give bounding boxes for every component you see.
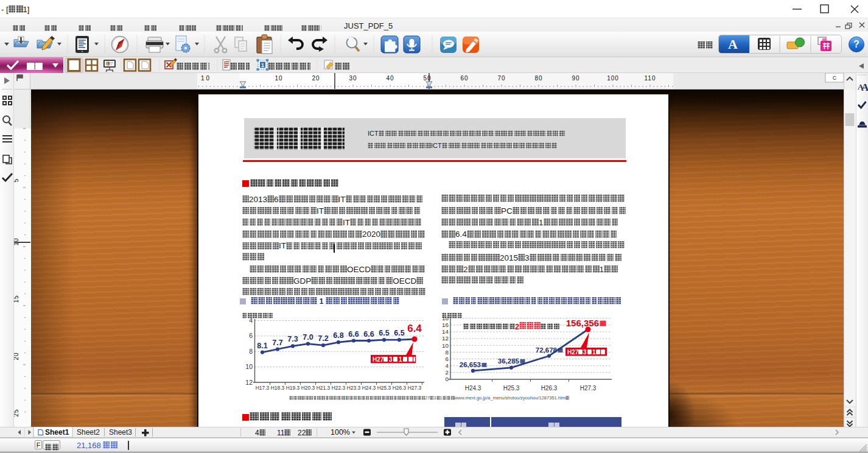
svg-text:H27: H27 bbox=[373, 356, 384, 363]
svg-text:10: 10 bbox=[245, 363, 253, 370]
svg-text:H22.3: H22.3 bbox=[332, 385, 346, 391]
svg-text:6.5: 6.5 bbox=[394, 329, 404, 337]
svg-text:5: 5 bbox=[14, 178, 19, 183]
svg-text:1: 1 bbox=[399, 356, 402, 363]
svg-text:10: 10 bbox=[14, 237, 19, 245]
svg-text:Sheet3: Sheet3 bbox=[109, 428, 132, 437]
svg-text:100%: 100% bbox=[331, 428, 350, 437]
svg-text:6.8: 6.8 bbox=[333, 331, 343, 340]
svg-text:60: 60 bbox=[460, 75, 468, 82]
svg-text:6.6: 6.6 bbox=[363, 330, 374, 339]
svg-text:H20.3: H20.3 bbox=[301, 385, 315, 391]
svg-text:H23.3: H23.3 bbox=[347, 385, 361, 391]
svg-text:Sheet2: Sheet2 bbox=[77, 428, 100, 437]
svg-text:1: 1 bbox=[261, 62, 264, 68]
svg-text:90: 90 bbox=[572, 75, 579, 82]
svg-text:H24.3: H24.3 bbox=[465, 385, 481, 392]
svg-text:50: 50 bbox=[423, 75, 431, 82]
svg-text:70: 70 bbox=[497, 75, 505, 82]
svg-text:2: 2 bbox=[446, 369, 449, 376]
svg-text:100: 100 bbox=[607, 75, 619, 82]
svg-text:H25.3: H25.3 bbox=[503, 385, 520, 392]
svg-text:110: 110 bbox=[645, 75, 656, 82]
svg-text:30: 30 bbox=[349, 75, 357, 82]
svg-text:A: A bbox=[861, 82, 868, 93]
svg-text:10: 10 bbox=[275, 75, 282, 82]
svg-text:16: 16 bbox=[442, 321, 449, 328]
svg-text:H26.3: H26.3 bbox=[393, 385, 407, 391]
svg-text:Sheet1: Sheet1 bbox=[45, 428, 69, 437]
svg-text:1: 1 bbox=[592, 349, 596, 356]
svg-text:C: C bbox=[833, 75, 837, 81]
svg-text:80: 80 bbox=[534, 75, 542, 82]
svg-text:14: 14 bbox=[442, 328, 449, 335]
svg-text:12: 12 bbox=[245, 379, 253, 386]
svg-text:15: 15 bbox=[14, 295, 19, 303]
svg-text:72,678: 72,678 bbox=[536, 346, 558, 354]
svg-text:156,356: 156,356 bbox=[566, 318, 599, 328]
svg-text:8.1: 8.1 bbox=[257, 342, 267, 350]
svg-text:H27.3: H27.3 bbox=[408, 385, 422, 391]
svg-text:6.4: 6.4 bbox=[407, 323, 422, 334]
svg-text:6.5: 6.5 bbox=[379, 329, 389, 337]
svg-text:H27.3: H27.3 bbox=[580, 385, 597, 392]
svg-text:H25.3: H25.3 bbox=[377, 385, 391, 391]
svg-text:10: 10 bbox=[442, 342, 449, 349]
svg-text:6: 6 bbox=[446, 356, 449, 362]
svg-text:H27: H27 bbox=[567, 349, 579, 356]
svg-text:H26.3: H26.3 bbox=[541, 385, 558, 392]
svg-text:7.0: 7.0 bbox=[303, 333, 313, 342]
svg-text:8: 8 bbox=[446, 349, 449, 356]
svg-text:3: 3 bbox=[583, 349, 587, 356]
svg-text:36,285: 36,285 bbox=[498, 357, 520, 365]
svg-text:26,653: 26,653 bbox=[460, 361, 481, 368]
svg-text:3: 3 bbox=[389, 356, 393, 363]
svg-text:7.7: 7.7 bbox=[272, 339, 282, 347]
svg-text:0: 0 bbox=[446, 376, 449, 382]
svg-text:7.3: 7.3 bbox=[287, 335, 298, 343]
svg-text:40: 40 bbox=[386, 75, 394, 82]
svg-text:20: 20 bbox=[14, 352, 19, 360]
svg-text:6: 6 bbox=[249, 332, 253, 339]
svg-text:H24.3: H24.3 bbox=[362, 385, 376, 391]
svg-text:25: 25 bbox=[14, 409, 19, 416]
svg-text:H21.3: H21.3 bbox=[317, 385, 331, 391]
svg-text:1 0: 1 0 bbox=[201, 75, 209, 82]
svg-text:20: 20 bbox=[312, 75, 320, 82]
svg-text:8: 8 bbox=[249, 348, 253, 355]
svg-text:4: 4 bbox=[446, 362, 449, 369]
svg-text:12: 12 bbox=[442, 335, 449, 342]
svg-text:6.6: 6.6 bbox=[348, 330, 359, 339]
svg-text:7.2: 7.2 bbox=[318, 334, 328, 343]
svg-text:H17.3: H17.3 bbox=[256, 385, 270, 391]
svg-text:H18.3: H18.3 bbox=[271, 385, 285, 391]
svg-text:H19.3: H19.3 bbox=[286, 385, 300, 391]
